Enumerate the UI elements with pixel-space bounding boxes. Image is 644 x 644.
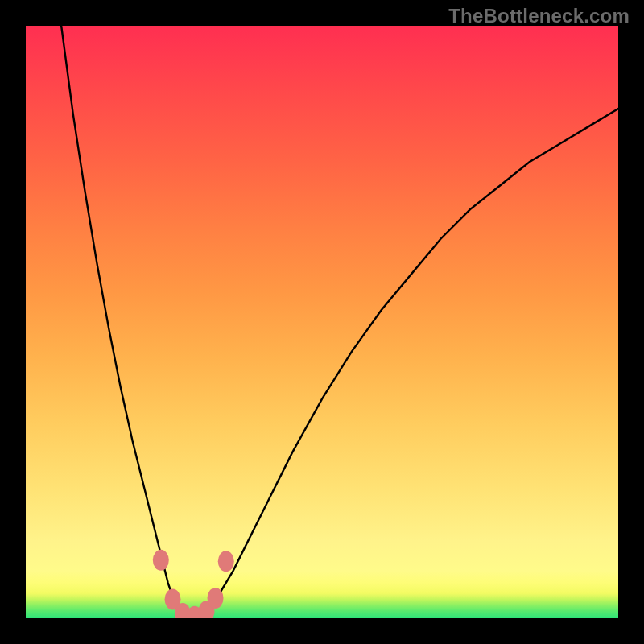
chart-frame: TheBottleneck.com [0, 0, 644, 644]
curve-marker-6 [218, 551, 234, 572]
bottleneck-curve [61, 26, 618, 618]
curve-markers [153, 550, 234, 618]
plot-area [26, 26, 618, 618]
curve-svg [26, 26, 618, 618]
attribution-text: TheBottleneck.com [448, 5, 630, 27]
curve-marker-0 [153, 550, 169, 571]
curve-marker-5 [208, 588, 224, 609]
